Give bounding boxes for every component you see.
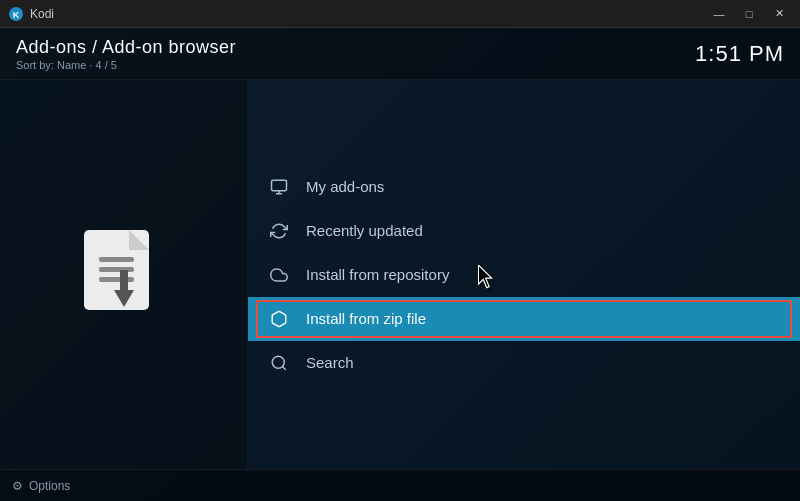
titlebar-controls: — □ ✕ (706, 5, 792, 23)
menu-item-recently-updated[interactable]: Recently updated (248, 209, 800, 253)
close-button[interactable]: ✕ (766, 5, 792, 23)
minimize-button[interactable]: — (706, 5, 732, 23)
svg-line-13 (282, 366, 285, 369)
header: Add-ons / Add-on browser Sort by: Name ·… (0, 28, 800, 80)
options-label: Options (29, 479, 70, 493)
content: My add-ons Recently updated (0, 80, 800, 469)
menu-item-install-from-zip-label: Install from zip file (306, 310, 426, 327)
clock: 1:51 PM (695, 41, 784, 67)
menu-item-install-from-zip[interactable]: Install from zip file (248, 297, 800, 341)
menu-item-search-label: Search (306, 354, 354, 371)
svg-rect-8 (120, 270, 128, 292)
menu-item-install-from-repo-label: Install from repository (306, 266, 449, 283)
menu-item-install-from-repo[interactable]: Install from repository (248, 253, 800, 297)
page-subtitle: Sort by: Name · 4 / 5 (16, 59, 236, 71)
svg-rect-5 (99, 267, 134, 272)
titlebar-left: K Kodi (8, 6, 54, 22)
app: Add-ons / Add-on browser Sort by: Name ·… (0, 28, 800, 501)
options-icon: ⚙ (12, 479, 23, 493)
svg-rect-6 (99, 277, 134, 282)
maximize-button[interactable]: □ (736, 5, 762, 23)
right-panel: My add-ons Recently updated (248, 80, 800, 469)
titlebar: K Kodi — □ ✕ (0, 0, 800, 28)
svg-point-12 (272, 356, 284, 368)
page-title: Add-ons / Add-on browser (16, 37, 236, 58)
titlebar-title: Kodi (30, 7, 54, 21)
svg-text:K: K (13, 10, 20, 20)
menu-item-my-addons-label: My add-ons (306, 178, 384, 195)
search-icon (268, 352, 290, 374)
svg-rect-9 (272, 180, 287, 191)
kodi-logo-icon: K (8, 6, 24, 22)
menu-item-search[interactable]: Search (248, 341, 800, 385)
bottom-bar: ⚙ Options (0, 469, 800, 501)
menu-item-recently-updated-label: Recently updated (306, 222, 423, 239)
left-panel (0, 80, 248, 469)
svg-rect-4 (99, 257, 134, 262)
refresh-icon (268, 220, 290, 242)
monitor-icon (268, 176, 290, 198)
addon-icon (64, 215, 184, 335)
cloud-icon (268, 264, 290, 286)
zip-icon (268, 308, 290, 330)
menu-item-my-addons[interactable]: My add-ons (248, 165, 800, 209)
header-left: Add-ons / Add-on browser Sort by: Name ·… (16, 37, 236, 71)
